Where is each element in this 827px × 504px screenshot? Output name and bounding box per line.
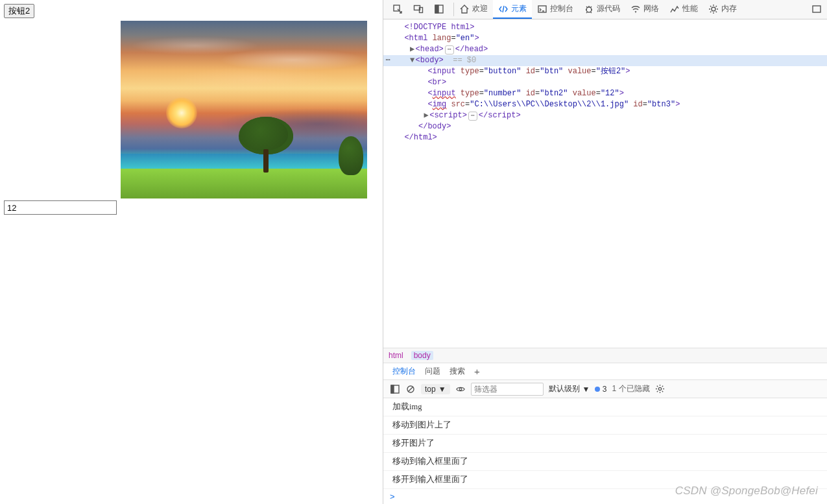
toolbar-overflow[interactable]: [806, 0, 827, 19]
chevron-down-icon: ▼: [438, 385, 446, 394]
number-input[interactable]: [4, 200, 117, 215]
tab-memory[interactable]: 内存: [703, 0, 742, 19]
count-value: 3: [603, 385, 607, 394]
devtools-panel: 欢迎 元素 控制台 源代码 网络 性能 内存 <!DOCTYPE htm: [383, 0, 827, 504]
console-row[interactable]: 移动到输入框里面了: [383, 453, 827, 471]
chevron-down-icon: ▼: [582, 385, 590, 394]
settings-gear-icon[interactable]: [655, 384, 665, 394]
ellipsis-icon[interactable]: ⋯: [468, 112, 477, 121]
console-row[interactable]: 加载img: [383, 398, 827, 416]
dom-line[interactable]: <br>: [383, 77, 827, 88]
tab-label: 性能: [682, 3, 698, 14]
svg-rect-4: [435, 5, 438, 13]
caret-right-icon[interactable]: ▶: [423, 110, 429, 121]
add-tab-button[interactable]: +: [474, 366, 480, 377]
tab-console[interactable]: 控制台: [532, 0, 579, 19]
devtools-toolbar: 欢迎 元素 控制台 源代码 网络 性能 内存: [383, 0, 827, 19]
caret-right-icon[interactable]: ▶: [409, 44, 416, 55]
crumb-html[interactable]: html: [389, 351, 403, 360]
caret-down-icon[interactable]: ▼: [409, 55, 416, 66]
dom-line[interactable]: </body>: [383, 121, 827, 132]
dom-line-selected[interactable]: ⋯ ▼<body> == $0: [383, 55, 827, 66]
dom-line[interactable]: <input type="button" id="btn" value="按钮2…: [383, 66, 827, 77]
svg-rect-9: [813, 6, 821, 12]
svg-rect-11: [391, 385, 394, 393]
performance-icon: [669, 4, 680, 14]
console-row[interactable]: 移动到图片上了: [383, 416, 827, 435]
dom-line[interactable]: </html>: [383, 132, 827, 143]
ellipsis-icon[interactable]: ⋯: [445, 45, 454, 54]
svg-point-6: [586, 7, 592, 12]
crumb-body[interactable]: body: [411, 351, 433, 360]
drawer-tabs: 控制台 问题 搜索 +: [383, 363, 827, 380]
drawer-tab-issues[interactable]: 问题: [425, 366, 440, 377]
svg-point-7: [635, 12, 636, 13]
tab-network[interactable]: 网络: [625, 0, 664, 19]
device-icon: [413, 4, 424, 14]
svg-point-13: [459, 388, 462, 390]
device-toggle-button[interactable]: [408, 0, 429, 19]
context-label: top: [425, 385, 436, 394]
tab-label: 源代码: [597, 3, 620, 14]
tab-label: 内存: [721, 3, 737, 14]
rendered-page: 按钮2: [0, 0, 383, 504]
pointer-icon: [392, 4, 403, 14]
dom-line[interactable]: ▶<head>⋯</head>: [383, 44, 827, 55]
tab-welcome[interactable]: 欢迎: [454, 0, 493, 19]
code-icon: [498, 4, 509, 14]
dom-tree[interactable]: <!DOCTYPE html> <html lang="en"> ▶<head>…: [383, 19, 827, 348]
console-row[interactable]: 移开到输入框里面了: [383, 471, 827, 489]
home-icon: [459, 4, 470, 14]
chevron-icon: [811, 4, 822, 14]
dom-line[interactable]: <html lang="en">: [383, 33, 827, 44]
tab-performance[interactable]: 性能: [664, 0, 703, 19]
dom-line[interactable]: <img src="C:\\Users\\PC\\Desktop\\2\\1.j…: [383, 99, 827, 110]
inspect-element-button[interactable]: [387, 0, 408, 19]
clear-console-icon[interactable]: [405, 384, 416, 394]
breadcrumb: html body: [383, 348, 827, 363]
console-icon: [537, 4, 547, 14]
dom-line[interactable]: ▶<script>⋯</script>: [383, 110, 827, 121]
tab-label: 元素: [511, 3, 527, 14]
message-count[interactable]: 3: [595, 385, 606, 394]
hidden-count[interactable]: 1 个已隐藏: [612, 383, 650, 394]
tab-label: 控制台: [550, 3, 573, 14]
tab-sources[interactable]: 源代码: [579, 0, 625, 19]
tab-label: 网络: [643, 3, 659, 14]
page-image[interactable]: [121, 21, 367, 198]
context-selector[interactable]: top ▼: [421, 384, 450, 394]
console-toolbar: top ▼ 默认级别 ▼ 3 1 个已隐藏: [383, 380, 827, 398]
console-filter-input[interactable]: [471, 383, 544, 396]
dock-icon: [434, 4, 444, 14]
gear-icon: [708, 4, 719, 14]
svg-point-8: [712, 7, 715, 11]
sunset-image: [121, 21, 367, 198]
selection-marker: == $0: [453, 56, 476, 65]
tab-label: 欢迎: [472, 3, 488, 14]
dock-side-button[interactable]: [429, 0, 449, 19]
level-label: 默认级别: [549, 383, 580, 394]
live-expression-icon[interactable]: [455, 384, 466, 394]
ellipsis-icon[interactable]: ⋯: [383, 55, 392, 66]
log-level-selector[interactable]: 默认级别 ▼: [549, 383, 590, 394]
drawer-tab-console[interactable]: 控制台: [392, 366, 416, 377]
dom-line[interactable]: <!DOCTYPE html>: [383, 22, 827, 33]
dom-line[interactable]: <input type="number" id="btn2" value="12…: [383, 88, 827, 99]
console-prompt[interactable]: >: [383, 489, 827, 504]
svg-point-14: [658, 387, 661, 390]
button-2[interactable]: 按钮2: [4, 4, 34, 18]
tab-elements[interactable]: 元素: [493, 0, 532, 19]
wifi-icon: [630, 4, 641, 14]
console-output: 加载img 移动到图片上了 移开图片了 移动到输入框里面了 移开到输入框里面了 …: [383, 398, 827, 504]
drawer-tab-search[interactable]: 搜索: [449, 366, 465, 377]
console-row[interactable]: 移开图片了: [383, 435, 827, 453]
bug-icon: [584, 4, 594, 14]
sidebar-toggle-icon[interactable]: [390, 384, 400, 394]
